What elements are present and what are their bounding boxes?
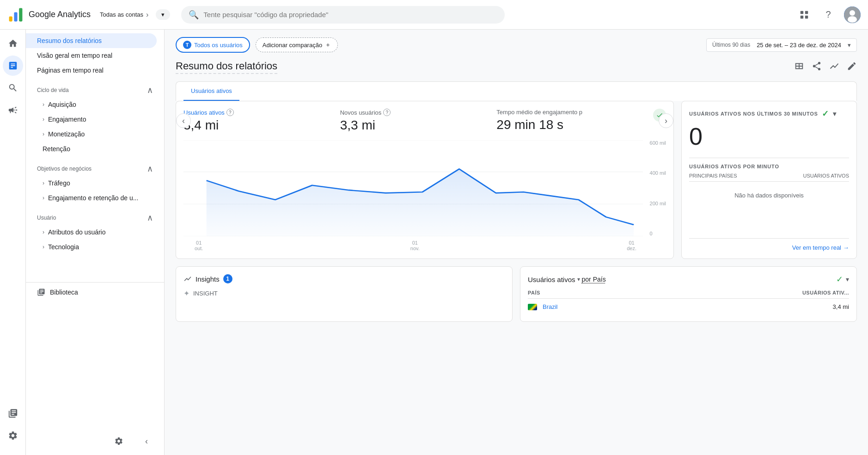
svg-rect-2 — [19, 8, 22, 21]
nav-item-resumo[interactable]: Resumo dos relatórios — [26, 33, 157, 48]
nav-item-engajamento-ret[interactable]: › Engajamento e retenção de u... — [26, 191, 164, 205]
compare-icon[interactable] — [829, 61, 839, 74]
realtime-link[interactable]: Ver em tempo real → — [689, 238, 849, 251]
dropdown-arrow-icon: ▾ — [161, 11, 165, 18]
sidebar-reports-icon[interactable] — [3, 55, 23, 76]
country-dropdown-icon[interactable]: ▾ — [846, 276, 849, 283]
property-dropdown[interactable]: ▾ — [156, 9, 170, 20]
realtime-header-text: USUÁRIOS ATIVOS NOS ÚLTIMOS 30 MINUTOS — [689, 111, 818, 117]
share-icon[interactable] — [812, 61, 822, 74]
realtime-col1-header: PRINCIPAIS PAÍSES — [689, 173, 737, 178]
insights-card: Insights 1 ✦ INSIGHT — [176, 266, 513, 322]
nav-item-aquisicao[interactable]: › Aquisição — [26, 97, 164, 112]
x-label-dec: 01 dez. — [627, 240, 636, 251]
nav-item-retencao[interactable]: Retenção — [26, 141, 157, 156]
topbar: Google Analytics Todas as contas › ▾ 🔍 ? — [0, 0, 868, 30]
chevron-icon: › — [43, 116, 44, 123]
nav-item-paginas[interactable]: Páginas em tempo real — [26, 63, 157, 78]
add-comparison-button[interactable]: Adicionar comparação ＋ — [256, 37, 338, 52]
collapse-objetivos-icon[interactable]: ∧ — [147, 164, 153, 174]
nav-item-trafego[interactable]: › Tráfego — [26, 176, 164, 191]
metrics-next-btn[interactable]: › — [659, 113, 673, 128]
metric-active-users: Usuários ativos ? 3,4 mi — [183, 109, 322, 133]
metric-new-users-label: Novos usuários ? — [340, 109, 478, 116]
sidebar-settings-icon[interactable] — [3, 425, 23, 446]
all-users-chip[interactable]: T Todos os usuários — [176, 37, 250, 53]
country-col2-header: USUÁRIOS ATIV... — [802, 290, 849, 295]
metrics-prev-btn[interactable]: ‹ — [176, 113, 191, 128]
date-range-label: Últimos 90 dias — [712, 42, 750, 48]
cards-row: ‹ Usuários ativos ? 3,4 mi Novos usuário… — [176, 101, 857, 259]
settings-icons: ‹ — [109, 431, 157, 451]
metric-engagement-value: 29 min 18 s — [496, 117, 635, 132]
realtime-link-arrow-icon: → — [843, 244, 849, 251]
x-label-nov: 01 nov. — [410, 240, 420, 251]
sidebar-advertising-icon[interactable] — [3, 100, 23, 120]
user-avatar[interactable] — [844, 6, 861, 23]
metric-help-icon[interactable]: ? — [226, 109, 234, 116]
realtime-dropdown-icon[interactable]: ▾ — [833, 110, 837, 117]
edit-icon[interactable] — [847, 61, 857, 74]
metrics-stats: ‹ Usuários ativos ? 3,4 mi Novos usuário… — [183, 109, 666, 133]
collapse-usuario-icon[interactable]: ∧ — [147, 213, 153, 223]
realtime-col2-header: USUÁRIOS ATIVOS — [803, 173, 849, 178]
search-icon: 🔍 — [189, 10, 199, 20]
insights-title: Insights — [196, 275, 220, 283]
library-label: Biblioteca — [50, 289, 78, 296]
svg-rect-5 — [801, 15, 803, 18]
y-label-400k: 400 mil — [650, 170, 666, 176]
metric-help-icon-2[interactable]: ? — [383, 109, 391, 116]
insights-trend-icon — [183, 275, 192, 283]
y-label-200k: 200 mil — [650, 201, 666, 206]
ga-logo-icon — [7, 6, 24, 23]
bottom-cards-row: Insights 1 ✦ INSIGHT Usuários ativos ▾ p… — [176, 266, 857, 322]
chart-xaxis: 01 out. 01 nov. 01 dez. — [183, 240, 648, 251]
search-input[interactable] — [203, 11, 497, 18]
nav-item-tecnologia[interactable]: › Tecnologia — [26, 240, 164, 254]
country-card: Usuários ativos ▾ por País ✓ ▾ PAÍS USUÁ… — [520, 266, 857, 322]
sidebar-home-icon[interactable] — [3, 33, 23, 54]
collapse-ciclo-icon[interactable]: ∧ — [147, 85, 153, 95]
insights-header: Insights 1 — [183, 274, 505, 283]
library-icon — [37, 288, 45, 296]
chart-svg — [183, 140, 643, 236]
page-title-actions — [794, 61, 857, 74]
metrics-card: ‹ Usuários ativos ? 3,4 mi Novos usuário… — [176, 101, 674, 259]
no-data-message: Não há dados disponíveis — [689, 184, 849, 206]
nav-item-atributos[interactable]: › Atributos do usuário — [26, 225, 164, 240]
help-icon[interactable]: ? — [820, 6, 837, 23]
svg-rect-0 — [9, 16, 12, 21]
country-card-actions: ✓ ▾ — [836, 274, 849, 284]
date-range-selector[interactable]: Últimos 90 dias 25 de set. – 23 de dez. … — [706, 38, 857, 52]
nav-sidebar: Resumo dos relatórios Visão geral em tem… — [26, 30, 165, 455]
tab-users[interactable]: Usuários ativos — [183, 82, 239, 101]
svg-marker-14 — [207, 169, 634, 236]
metrics-body: ‹ Usuários ativos ? 3,4 mi Novos usuário… — [176, 101, 673, 258]
breadcrumb[interactable]: Todas as contas › — [100, 11, 148, 19]
nav-item-monetizacao[interactable]: › Monetização — [26, 127, 164, 141]
sidebar-explore-icon[interactable] — [3, 78, 23, 98]
sidebar-library-icon[interactable] — [3, 403, 23, 424]
main-layout: Resumo dos relatórios Visão geral em tem… — [0, 30, 868, 455]
breadcrumb-text: Todas as contas — [100, 11, 143, 18]
country-card-title: Usuários ativos ▾ por País — [528, 276, 606, 283]
chevron-icon: › — [43, 180, 44, 186]
metric-active-users-label: Usuários ativos ? — [183, 109, 322, 116]
icon-sidebar — [0, 30, 26, 455]
y-label-0: 0 — [650, 231, 666, 236]
chevron-icon: › — [43, 229, 44, 235]
country-table-header: PAÍS USUÁRIOS ATIV... — [528, 290, 849, 299]
chart-container: 600 mil 400 mil 200 mil 0 01 out. 01 — [183, 140, 666, 251]
add-comparison-label: Adicionar comparação — [263, 42, 322, 49]
realtime-link-label: Ver em tempo real — [792, 244, 841, 251]
page-title-row: Resumo dos relatórios — [176, 60, 857, 74]
nav-item-realtime[interactable]: Visão geral em tempo real — [26, 48, 157, 63]
dropdown-small-icon[interactable]: ▾ — [577, 276, 580, 283]
apps-icon[interactable] — [796, 6, 813, 23]
library-nav-item[interactable]: Biblioteca — [26, 282, 164, 302]
collapse-sidebar-btn[interactable]: ‹ — [136, 431, 157, 451]
search-bar[interactable]: 🔍 — [181, 6, 505, 24]
settings-gear-icon[interactable] — [109, 431, 129, 451]
nav-item-engajamento[interactable]: › Engajamento — [26, 112, 164, 127]
columns-icon[interactable] — [794, 61, 804, 74]
